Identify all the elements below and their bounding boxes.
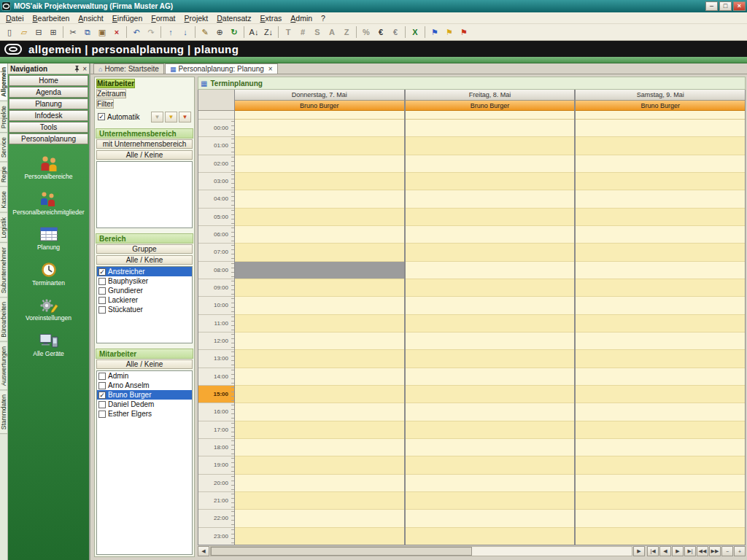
calendar-cell[interactable] [406,226,575,244]
section-button-gruppe[interactable]: Gruppe [96,244,193,254]
listbox-bereich[interactable]: ✓AnstreicherBauphysikerGrundiererLackier… [96,266,193,343]
menu-datensatz[interactable]: Datensatz [212,13,255,23]
calendar-cell[interactable] [406,528,575,545]
format-text-button[interactable]: T [281,26,295,39]
percent-button[interactable]: % [359,26,374,39]
section-button-alle-keine[interactable]: Alle / Keine [96,359,193,369]
checkbox-icon[interactable] [98,401,106,408]
filter-view-mitarbeiter[interactable]: Mitarbeiter [96,79,135,88]
prev-range-button[interactable]: ◀◀ [697,546,708,556]
maximize-button[interactable]: □ [719,1,732,11]
list-item-anstreicher[interactable]: ✓Anstreicher [97,267,192,276]
checkbox-icon[interactable] [98,411,106,418]
calendar-cell[interactable] [576,120,745,137]
calendar-cell[interactable] [235,510,404,527]
list-item-arno-anselm[interactable]: Arno Anselm [97,381,192,390]
lock-red-button[interactable]: ⚑ [457,26,471,39]
menu-projekt[interactable]: Projekt [180,13,213,23]
shortcut-voreinstellungen[interactable]: Voreinstellungen [9,296,89,322]
calendar-cell[interactable] [576,403,745,421]
side-tab-bueroarbeiten[interactable]: Büroarbeiten [0,298,8,342]
side-tab-service[interactable]: Service [0,133,8,162]
print-button[interactable]: ⊟ [31,26,46,39]
section-button-alle-keine[interactable]: Alle / Keine [96,255,193,265]
nav-agenda[interactable]: Agenda [9,87,88,98]
calendar-cell[interactable] [406,510,575,527]
calendar-cell[interactable] [235,421,404,439]
side-tab-auswertungen[interactable]: Auswertungen [0,343,8,390]
calendar-cell[interactable] [576,315,745,332]
menu-datei[interactable]: Datei [1,13,28,23]
calendar-cell[interactable] [406,190,575,208]
calendar-cell[interactable] [576,173,745,190]
list-item-daniel-dedem[interactable]: Daniel Dedem [97,400,192,409]
minimize-button[interactable]: – [705,1,718,11]
calendar-cell[interactable] [235,315,404,332]
calendar-cell[interactable] [576,368,745,386]
calendar-cell[interactable] [235,279,404,297]
calendar-cell[interactable] [406,456,575,474]
euro-calc-button[interactable]: € [388,26,403,39]
calendar-cell[interactable] [406,492,575,510]
list-item-admin[interactable]: Admin [97,371,192,381]
menu-bearbeiten[interactable]: Bearbeiten [28,13,74,23]
sort-az-button[interactable]: A↓ [247,26,261,39]
calendar-cell[interactable] [576,279,745,297]
scroll-left-button[interactable]: ◀ [198,546,209,556]
nav-tools[interactable]: Tools [9,122,88,133]
calendar-cell[interactable] [406,332,575,350]
prev-page-button[interactable]: ◀ [659,546,671,556]
tab-personalplanung-planung[interactable]: ▦Personalplanung: Planung× [165,63,278,74]
calendar-cell[interactable] [576,456,745,474]
print-preview-button[interactable]: ⊞ [46,26,61,39]
checkbox-icon[interactable] [98,287,106,295]
undo-button[interactable]: ↶ [129,26,144,39]
calendar-cell[interactable] [576,528,745,545]
refresh-button[interactable]: ↻ [227,26,241,39]
move-up-button[interactable]: ↑ [163,26,178,39]
lock-blue-button[interactable]: ⚑ [427,26,442,39]
menu-ansicht[interactable]: Ansicht [74,13,107,23]
calendar-cell[interactable] [406,173,575,190]
calendar-cell[interactable] [576,155,745,173]
sort-za-button[interactable]: Z↓ [261,26,276,39]
list-item-esther-elgers[interactable]: Esther Elgers [97,409,192,419]
delete-button[interactable]: × [109,26,124,39]
checkbox-icon[interactable] [98,306,106,314]
calendar-cell[interactable] [406,262,575,279]
calendar-cell[interactable] [406,368,575,386]
first-page-button[interactable]: |◀ [647,546,659,556]
calendar-cell[interactable] [406,386,575,403]
list-item-bauphysiker[interactable]: Bauphysiker [97,276,192,286]
format-z-button[interactable]: Z [339,26,354,39]
person-header[interactable]: Bruno Burger [576,101,745,111]
calendar-cell[interactable] [235,190,404,208]
tab-close-icon[interactable]: × [268,65,273,73]
calendar-cell[interactable] [406,350,575,368]
calendar-cell[interactable] [576,386,745,403]
shortcut-planung[interactable]: Planung [9,225,89,252]
calendar-cell[interactable] [576,439,745,456]
calendar-cell[interactable] [576,137,745,155]
filter-view-zeitraum[interactable]: Zeitraum [96,89,126,98]
side-tab-logistik[interactable]: Logistik [0,214,8,243]
next-range-button[interactable]: ▶▶ [709,546,721,556]
redo-button[interactable]: ↷ [144,26,158,39]
menu-extras[interactable]: Extras [256,13,287,23]
calendar-cell[interactable] [576,475,745,492]
zoom-out-button[interactable]: − [721,546,733,556]
calendar-cell[interactable] [406,120,575,137]
calendar-cell[interactable] [235,209,404,226]
calendar-cell[interactable] [235,350,404,368]
calendar-cell[interactable] [576,297,745,314]
pin-icon[interactable] [74,66,80,72]
euro-button[interactable]: € [374,26,388,39]
filter-clear-button[interactable]: ▼ [179,112,191,122]
calendar-cell[interactable] [235,386,404,403]
open-button[interactable]: ▱ [17,26,31,39]
calendar-cell[interactable] [406,244,575,261]
side-tab-kasse[interactable]: Kasse [0,187,8,213]
calendar-cell[interactable] [406,137,575,155]
calendar-cell[interactable] [576,332,745,350]
allday-cell[interactable] [406,111,575,120]
